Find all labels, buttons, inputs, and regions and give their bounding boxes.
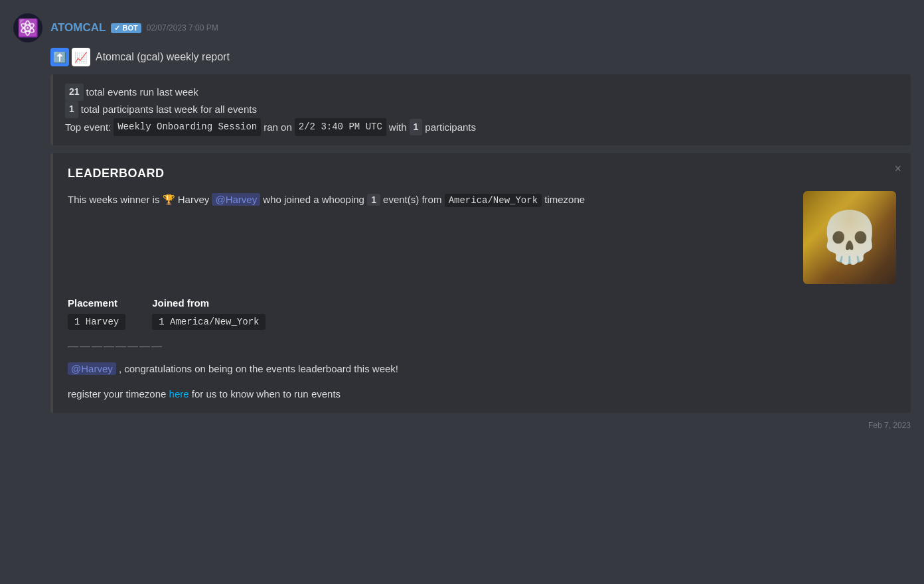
winner-text: This weeks winner is 🏆 Harvey @Harvey wh… — [68, 191, 790, 209]
winner-section: This weeks winner is 🏆 Harvey @Harvey wh… — [68, 191, 896, 284]
bot-badge: ✓ BOT — [111, 23, 141, 33]
avatar: ⚛️ — [13, 13, 42, 42]
stat-participants-line: 1 total participants last week for all e… — [65, 101, 899, 118]
placement-header: Placement — [68, 297, 125, 309]
message-header: ⚛️ ATOMCAL ✓ BOT 02/07/2023 7:00 PM — [13, 13, 911, 42]
leaderboard-title: LEADERBOARD — [68, 167, 896, 181]
message-timestamp: 02/07/2023 7:00 PM — [147, 23, 218, 33]
top-event-date: 2/2 3:40 PM UTC — [295, 118, 386, 137]
chat-container: ⚛️ ATOMCAL ✓ BOT 02/07/2023 7:00 PM ⬆️ 📈… — [0, 0, 924, 443]
placement-col: Placement 1 Harvey — [68, 297, 125, 330]
total-participants-number: 1 — [65, 101, 78, 118]
top-event-mid: ran on — [264, 119, 292, 136]
joined-from-value: 1 America/New_York — [152, 314, 266, 330]
top-event-prefix: Top event: — [65, 119, 111, 136]
header-text: ATOMCAL ✓ BOT 02/07/2023 7:00 PM — [50, 21, 218, 35]
close-button[interactable]: × — [894, 163, 901, 175]
leaderboard-card: × LEADERBOARD This weeks winner is 🏆 Har… — [50, 153, 911, 413]
stat-top-event-line: Top event: Weekly Onboarding Session ran… — [65, 118, 899, 137]
register-suffix: for us to know when to run events — [192, 388, 341, 400]
leaderboard-table: Placement 1 Harvey Joined from 1 America… — [68, 297, 896, 330]
placement-value: 1 Harvey — [68, 314, 125, 330]
winner-mid: who joined a whooping — [263, 194, 364, 205]
divider: ———————— — [68, 340, 896, 352]
winner-events: 1 — [367, 194, 380, 206]
winner-mention[interactable]: @Harvey — [212, 193, 260, 206]
footer-timestamp: Feb 7, 2023 — [50, 421, 911, 430]
top-event-suffix: with — [389, 119, 407, 136]
winner-events-suffix: event(s) from — [383, 194, 441, 205]
total-events-number: 21 — [65, 84, 84, 101]
message-title: ⬆️ 📈 Atomcal (gcal) weekly report — [50, 48, 911, 66]
title-icons: ⬆️ 📈 — [50, 48, 90, 66]
chart-icon: 📈 — [72, 48, 90, 66]
stat-events-line: 21 total events run last week — [65, 84, 899, 101]
total-participants-label: total participants last week for all eve… — [81, 101, 257, 118]
bot-name: ATOMCAL — [50, 21, 106, 35]
joined-from-col: Joined from 1 America/New_York — [152, 297, 266, 330]
register-text: register your timezone here for us to kn… — [68, 388, 896, 400]
bot-avatar-icon: ⚛️ — [17, 18, 38, 38]
total-events-label: total events run last week — [86, 84, 198, 101]
upload-icon: ⬆️ — [50, 48, 69, 66]
congrats-mention[interactable]: @Harvey — [68, 362, 116, 375]
register-prefix: register your timezone — [68, 388, 166, 400]
register-link[interactable]: here — [169, 388, 189, 400]
winner-avatar: 💀 — [803, 191, 896, 284]
top-event-end: participants — [425, 119, 476, 136]
winner-suffix: timezone — [544, 194, 585, 205]
winner-prefix: This weeks winner is 🏆 — [68, 194, 175, 205]
winner-name: Harvey — [178, 194, 210, 205]
report-title: Atomcal (gcal) weekly report — [96, 51, 230, 63]
congrats-suffix: , congratulations on being on the events… — [119, 363, 398, 374]
winner-timezone: America/New_York — [445, 194, 542, 207]
joined-from-header: Joined from — [152, 297, 266, 309]
message-content: ⬆️ 📈 Atomcal (gcal) weekly report 21 tot… — [50, 48, 911, 430]
top-event-name: Weekly Onboarding Session — [114, 118, 261, 137]
stats-card: 21 total events run last week 1 total pa… — [50, 74, 911, 145]
top-event-participants: 1 — [410, 119, 423, 136]
congrats-text: @Harvey , congratulations on being on th… — [68, 360, 896, 378]
